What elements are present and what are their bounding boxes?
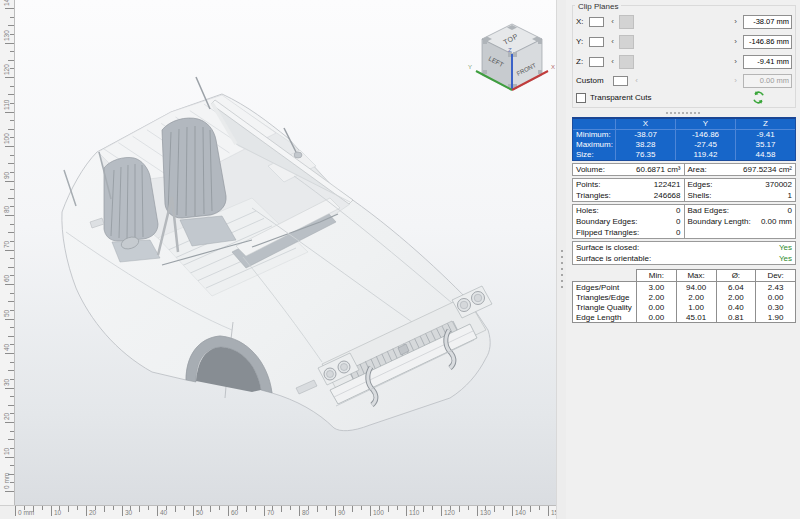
ruler-tick [10,137,14,138]
ruler-label: 30 [125,509,132,516]
bad-edges-value: 0 [788,205,792,216]
quality-col-avg: Ø: [716,270,756,282]
clip-z-slider[interactable] [618,55,730,69]
clip-x-arrow-right-icon[interactable]: › [731,14,740,29]
ruler-tick [308,506,309,510]
panel-splitter[interactable] [556,0,566,519]
clip-z-slider-handle[interactable] [619,55,634,69]
ruler-tick [10,68,14,69]
ruler-label: 60 [231,509,238,516]
ruler-tick [10,379,14,380]
clip-custom-label: Custom [576,76,613,85]
clip-z-checkbox[interactable] [589,57,604,67]
ruler-tick [317,506,318,512]
ruler-label: 10 [3,448,10,455]
bounds-row-minimum: Minimum: -38.07 -146.86 -9.41 [573,130,795,140]
clip-custom-checkbox[interactable] [613,76,628,86]
ruler-tick [414,506,415,510]
clip-y-arrow-right-icon[interactable]: › [731,34,740,49]
ruler-tick [10,120,14,121]
stats-splitter-grip[interactable] [666,109,700,116]
ruler-label: 0 mm [18,509,34,516]
ruler-tick [8,405,14,406]
clip-z-arrow-left-icon[interactable]: ‹ [608,54,617,69]
scene-canvas[interactable]: TOP LEFT FRONT Z Y X [15,0,556,505]
clip-y-value-input[interactable] [743,35,792,49]
ruler-tick [477,506,478,516]
quality-row-edge-length: Edge Length 0.00 45.01 0.81 1.90 [573,312,796,323]
ruler-tick [423,506,424,512]
ruler-label: 130 [480,509,491,516]
ruler-tick [77,506,78,510]
transparent-cuts-checkbox[interactable] [576,93,586,103]
refresh-icon[interactable] [752,91,765,104]
ruler-tick [246,506,247,512]
holes-value: 0 [676,205,680,216]
clip-custom-slider [642,74,730,88]
ruler-tick [441,506,442,516]
model-3d-car[interactable] [62,77,492,431]
clip-y-slider-handle[interactable] [619,35,634,49]
ruler-tick [10,327,14,328]
ruler-tick [5,43,14,44]
ruler-tick [42,506,43,510]
mesh-analysis-window: TOP LEFT FRONT Z Y X 0 mm102030405060708… [0,0,800,519]
holes-label: Holes: [576,205,599,216]
ruler-label: 140 [3,0,10,6]
ruler-label: 70 [267,509,274,516]
ruler-tick [10,241,14,242]
clip-x-slider[interactable] [618,15,730,29]
clip-plane-row-custom: Custom ‹ › [576,74,792,87]
ruler-label: 110 [3,100,10,110]
mesh-issues-box: Holes: 0 Bad Edges: 0 Boundary Edges: 0 … [572,204,796,239]
ruler-tick [450,506,451,510]
scene-3d[interactable]: TOP LEFT FRONT Z Y X [15,0,556,505]
transparent-cuts-row: Transparent Cuts [576,92,792,103]
ruler-tick [5,8,14,9]
ruler-tick [326,506,327,510]
clip-z-arrow-right-icon[interactable]: › [731,54,740,69]
ruler-label: 80 [3,206,10,213]
ruler-label: 30 [3,379,10,386]
ruler-tick [255,506,256,510]
ruler-label: 80 [302,509,309,516]
quality-row-triangles-edge: Triangles/Edge 2.00 2.00 2.00 0.00 [573,292,796,302]
clip-y-slider[interactable] [618,35,730,49]
ruler-tick [237,506,238,510]
ruler-tick [406,506,407,516]
ruler-tick [530,506,531,512]
ruler-horizontal: 0 mm102030405060708090100110120130140150 [15,505,556,519]
ruler-tick [5,319,14,320]
clip-z-value-input[interactable] [743,55,792,69]
ruler-tick [10,86,14,87]
clip-y-checkbox[interactable] [589,37,604,47]
ruler-tick [122,506,123,516]
ruler-tick [5,284,14,285]
flipped-triangles-value: 0 [676,227,680,238]
bounds-header-row: X Y Z [573,119,795,130]
quality-row-triangle-quality: Triangle Quality 0.00 1.00 0.40 0.30 [573,302,796,312]
ruler-tick [10,189,14,190]
ruler-tick [8,232,14,233]
ruler-tick [210,506,211,512]
flipped-triangles-label: Flipped Triangles: [576,227,639,238]
ruler-tick [432,506,433,510]
surface-orientable-value: Yes [779,253,792,264]
clip-x-arrow-left-icon[interactable]: ‹ [608,14,617,29]
ruler-label: 50 [3,310,10,317]
clip-y-arrow-left-icon[interactable]: ‹ [608,34,617,49]
clip-x-checkbox[interactable] [589,17,604,27]
ruler-label: 140 [515,509,526,516]
ruler-label: 10 [54,509,61,516]
ruler-tick [5,250,14,251]
ruler-tick [193,506,194,516]
ruler-tick [86,506,87,516]
surface-closed-value: Yes [779,242,792,253]
volume-area-box: Volume: 60.6871 cm³ Area: 697.5234 cm² [572,163,796,176]
clip-x-slider-handle[interactable] [619,15,634,29]
splitter-grip[interactable] [560,248,564,288]
ruler-tick [8,267,14,268]
ruler-tick [8,163,14,164]
nav-cube[interactable]: TOP LEFT FRONT Z Y X [468,24,555,90]
clip-x-value-input[interactable] [743,15,792,29]
